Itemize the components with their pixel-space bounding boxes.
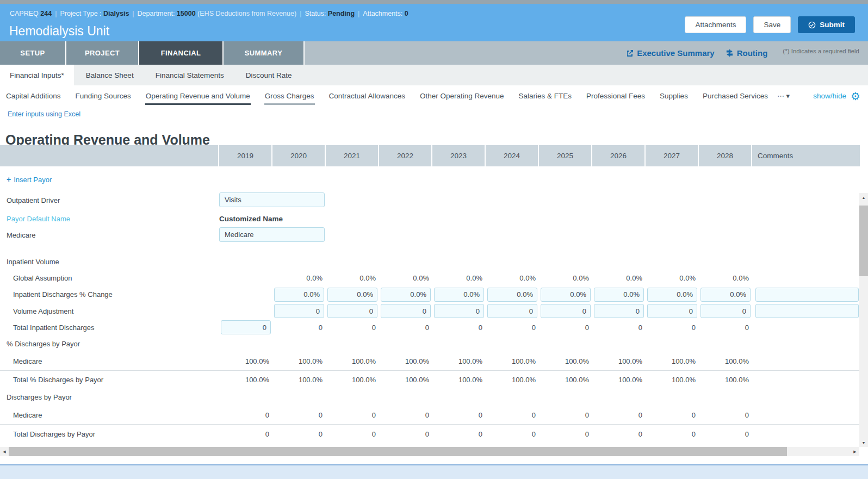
meta-separator: | xyxy=(300,10,301,17)
scroll-right-arrow-icon[interactable]: ▶ xyxy=(851,447,859,456)
input-volume-adjustment-2021[interactable] xyxy=(327,304,377,318)
value-medicare-2021: 0 xyxy=(326,411,379,419)
grid-cell xyxy=(379,253,432,270)
input-inpatient-discharges-change-2021[interactable] xyxy=(327,288,377,302)
vertical-scrollbar[interactable]: ▲ ▼ xyxy=(859,193,868,447)
outpatient-driver-input[interactable] xyxy=(219,192,325,207)
grid-cell xyxy=(432,335,486,352)
section-link-supplies[interactable]: Supplies xyxy=(659,87,689,105)
section-link-salaries-ftes[interactable]: Salaries & FTEs xyxy=(518,87,573,105)
header-buttons: Attachments Save Submit xyxy=(685,16,855,33)
enter-inputs-excel-link[interactable]: Enter inputs using Excel xyxy=(8,110,80,118)
value-total-discharges-by-payor-2023: 100.0% xyxy=(432,376,486,384)
show-hide-link[interactable]: show/hide xyxy=(813,92,846,100)
section-link-professional-fees[interactable]: Professional Fees xyxy=(586,87,646,105)
executive-summary-link[interactable]: Executive Summary xyxy=(626,48,715,58)
grid-row-discharges-by-payor: % Discharges by Payor xyxy=(0,335,860,352)
input-total-inpatient-discharges-2019[interactable] xyxy=(221,320,271,334)
attachments-button[interactable]: Attachments xyxy=(685,16,746,33)
input-inpatient-discharges-change-2025[interactable] xyxy=(541,288,591,302)
section-link-contractual-allowances[interactable]: Contractual Allowances xyxy=(328,87,406,105)
subtab-discount-rate[interactable]: Discount Rate xyxy=(236,65,302,85)
insert-payor-link[interactable]: +Insert Payor xyxy=(7,175,52,184)
input-volume-adjustment-2025[interactable] xyxy=(541,304,591,318)
app-window: CAPREQ 244|Project Type : Dialysis|Depar… xyxy=(0,0,868,479)
project-title: Hemodialysis Unit xyxy=(9,24,109,39)
grid-cell: 0 xyxy=(432,406,486,424)
section-link-gross-charges[interactable]: Gross Charges xyxy=(264,87,315,105)
input-inpatient-discharges-change-2027[interactable] xyxy=(647,288,697,302)
save-button[interactable]: Save xyxy=(753,16,791,33)
grid-cell xyxy=(219,270,272,286)
payor-customized-name-input[interactable] xyxy=(219,227,325,242)
input-inpatient-discharges-change-2023[interactable] xyxy=(434,288,484,302)
section-link-other-operating-revenue[interactable]: Other Operating Revenue xyxy=(419,87,505,105)
grid-cell: 100.0% xyxy=(272,371,326,389)
meta-value: 244 xyxy=(40,10,52,17)
value-medicare-2025: 100.0% xyxy=(539,357,592,365)
input-volume-adjustment-2022[interactable] xyxy=(381,304,431,318)
vertical-scrollbar-thumb[interactable] xyxy=(859,206,868,276)
year-header-2020: 2020 xyxy=(272,145,326,166)
input-volume-adjustment-2027[interactable] xyxy=(647,304,697,318)
value-total-inpatient-discharges-2023: 0 xyxy=(432,324,486,332)
grid-cell xyxy=(592,389,646,406)
subtab-financial-inputs[interactable]: Financial Inputs* xyxy=(0,65,74,85)
input-volume-adjustment-2020[interactable] xyxy=(274,304,324,318)
grid-cell xyxy=(219,253,272,270)
payor-default-name-link[interactable]: Payor Default Name xyxy=(7,215,70,223)
input-inpatient-discharges-change-2020[interactable] xyxy=(274,288,324,302)
grid-cell xyxy=(219,319,272,335)
grid-cell xyxy=(486,335,539,352)
comment-input-inpatient-discharges-change[interactable] xyxy=(755,288,859,302)
comments-cell xyxy=(752,319,860,335)
tab-project[interactable]: PROJECT xyxy=(66,41,138,65)
horizontal-scrollbar-thumb[interactable] xyxy=(9,447,787,456)
tab-summary[interactable]: SUMMARY xyxy=(224,41,303,65)
grid-cell: 0 xyxy=(219,406,272,424)
input-volume-adjustment-2028[interactable] xyxy=(700,304,751,318)
input-inpatient-discharges-change-2024[interactable] xyxy=(487,288,537,302)
grid-cell xyxy=(592,286,646,303)
value-total-discharges-by-payor-2025: 0 xyxy=(539,430,592,438)
grid-cell xyxy=(592,303,646,319)
routing-link[interactable]: Routing xyxy=(726,48,768,58)
grid-row-medicare: Medicare0000000000 xyxy=(0,406,860,424)
sections-overflow-menu[interactable]: ⋯ ▾ xyxy=(777,92,790,100)
grid-cell: 0 xyxy=(326,406,379,424)
value-total-discharges-by-payor-2027: 0 xyxy=(646,430,699,438)
section-link-operating-revenue-and-volume[interactable]: Operating Revenue and Volume xyxy=(145,87,251,105)
input-volume-adjustment-2026[interactable] xyxy=(594,304,644,318)
input-volume-adjustment-2024[interactable] xyxy=(487,304,537,318)
subtab-balance-sheet[interactable]: Balance Sheet xyxy=(76,65,144,85)
row-label-medicare: Medicare xyxy=(0,411,219,419)
grid-cell: 100.0% xyxy=(699,352,752,370)
grid-cell xyxy=(326,335,379,352)
input-inpatient-discharges-change-2028[interactable] xyxy=(700,288,751,302)
input-volume-adjustment-2023[interactable] xyxy=(434,304,484,318)
grid-cell: 0 xyxy=(486,406,539,424)
subtab-financial-statements[interactable]: Financial Statements xyxy=(146,65,234,85)
meta-label: Attachments: xyxy=(363,10,402,17)
section-link-funding-sources[interactable]: Funding Sources xyxy=(75,87,132,105)
input-inpatient-discharges-change-2026[interactable] xyxy=(594,288,644,302)
horizontal-scrollbar[interactable]: ◀ ▶ xyxy=(0,447,859,456)
tab-financial[interactable]: FINANCIAL xyxy=(139,41,222,65)
settings-gear-icon[interactable]: ⚙ xyxy=(851,91,860,102)
section-link-purchased-services[interactable]: Purchased Services xyxy=(702,87,768,105)
tab-setup[interactable]: SETUP xyxy=(0,41,65,65)
customized-name-label: Customized Name xyxy=(219,215,283,223)
section-link-capital-additions[interactable]: Capital Additions xyxy=(5,87,61,105)
grid-cell xyxy=(272,389,326,406)
scroll-left-arrow-icon[interactable]: ◀ xyxy=(0,447,9,456)
input-inpatient-discharges-change-2022[interactable] xyxy=(381,288,431,302)
grid-cell: 0 xyxy=(432,319,486,335)
scroll-up-arrow-icon[interactable]: ▲ xyxy=(859,193,868,202)
value-total-inpatient-discharges-2020: 0 xyxy=(272,324,326,332)
grid-year-header: 2019202020212022202320242025202620272028… xyxy=(0,145,860,166)
submit-button[interactable]: Submit xyxy=(798,16,855,33)
comment-input-volume-adjustment[interactable] xyxy=(755,304,859,318)
scroll-down-arrow-icon[interactable]: ▼ xyxy=(859,438,868,447)
grid-cell xyxy=(272,286,326,303)
value-medicare-2021: 100.0% xyxy=(326,357,379,365)
